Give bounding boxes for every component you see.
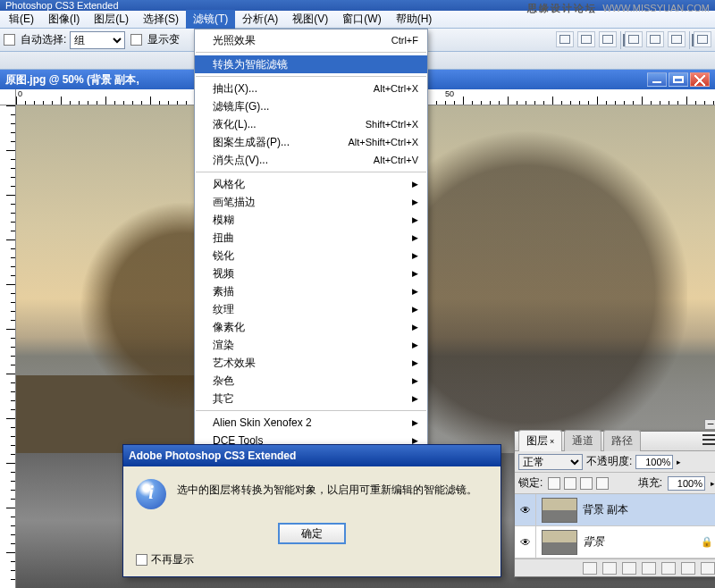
menu-item-brush-strokes[interactable]: 画笔描边 [195, 193, 427, 211]
distribute-icon[interactable] [625, 31, 643, 47]
visibility-icon[interactable]: 👁 [515, 494, 536, 525]
lock-all-icon[interactable] [596, 477, 609, 490]
show-transform-label: 显示变 [147, 32, 180, 47]
info-icon [136, 479, 166, 509]
auto-select-target[interactable]: 组 [70, 31, 125, 49]
menu-item-texture[interactable]: 纹理 [195, 300, 427, 318]
menu-item-vanishing-point[interactable]: 消失点(V)...Alt+Ctrl+V [195, 151, 427, 169]
chevron-down-icon[interactable]: ▸ [711, 479, 715, 488]
align-icon[interactable] [577, 31, 595, 47]
ok-button[interactable]: 确定 [279, 524, 345, 543]
menu-item-render[interactable]: 渲染 [195, 336, 427, 354]
distribute-icon[interactable] [646, 31, 664, 47]
window-maximize-button[interactable] [669, 72, 688, 87]
dont-show-checkbox[interactable] [136, 554, 147, 566]
chevron-down-icon[interactable]: ▸ [677, 458, 681, 466]
menu-image[interactable]: 图像(I) [41, 10, 87, 29]
panel-footer [515, 559, 715, 576]
align-icons [556, 31, 711, 49]
fill-label: 填充: [638, 475, 662, 491]
dont-show-label: 不再显示 [151, 552, 194, 567]
toolbar-separator [620, 31, 621, 49]
window-close-button[interactable] [690, 72, 710, 87]
panel-menu-icon[interactable] [702, 434, 715, 445]
menu-item-xenofex[interactable]: Alien Skin Xenofex 2 [195, 414, 427, 432]
ruler-origin[interactable] [0, 89, 16, 105]
menu-filter[interactable]: 滤镜(T) [186, 10, 235, 29]
filter-menu-dropdown: 光照效果 Ctrl+F 转换为智能滤镜 抽出(X)...Alt+Ctrl+X 滤… [194, 29, 428, 506]
link-layers-icon[interactable] [583, 562, 597, 575]
menu-item-pattern-maker[interactable]: 图案生成器(P)...Alt+Shift+Ctrl+X [195, 133, 427, 151]
layer-name[interactable]: 背景 副本 [583, 502, 715, 517]
menu-item-blur[interactable]: 模糊 [195, 211, 427, 229]
menu-window[interactable]: 窗口(W) [335, 10, 388, 29]
auto-select-checkbox[interactable] [4, 34, 15, 46]
menu-help[interactable]: 帮助(H) [389, 10, 440, 29]
adjustment-layer-icon[interactable] [661, 562, 676, 575]
lock-transparent-icon[interactable] [548, 477, 560, 490]
menu-item-last-filter[interactable]: 光照效果 Ctrl+F [195, 31, 427, 49]
menu-item-pixelate[interactable]: 像素化 [195, 318, 427, 336]
lock-image-icon[interactable] [564, 477, 576, 490]
menu-item-sharpen[interactable]: 锐化 [195, 247, 427, 265]
dialog-message: 选中的图层将转换为智能对象，以启用可重新编辑的智能滤镜。 [177, 479, 477, 509]
menu-item-filter-gallery[interactable]: 滤镜库(G)... [195, 97, 427, 115]
tab-layers[interactable]: 图层× [518, 430, 562, 451]
tab-paths[interactable]: 路径 [603, 430, 641, 451]
document-title: 原图.jpg @ 50% (背景 副本, [5, 72, 139, 88]
tab-channels[interactable]: 通道 [564, 430, 601, 451]
layer-thumbnail[interactable] [542, 498, 577, 523]
panel-tabs: 图层× 通道 路径 [515, 432, 715, 451]
menu-item-distort[interactable]: 扭曲 [195, 229, 427, 247]
dialog-title: Adobe Photoshop CS3 Extended [129, 449, 296, 462]
layer-mask-icon[interactable] [622, 562, 636, 575]
align-icon[interactable] [556, 31, 574, 47]
dialog-titlebar[interactable]: Adobe Photoshop CS3 Extended [123, 445, 500, 466]
lock-icon: 🔒 [701, 536, 713, 548]
arrange-icon[interactable] [694, 31, 711, 47]
menu-select[interactable]: 选择(S) [136, 10, 186, 29]
new-layer-icon[interactable] [681, 562, 695, 575]
layer-style-icon[interactable] [602, 562, 617, 575]
ruler-label: 0 [18, 89, 22, 98]
menu-item-extract[interactable]: 抽出(X)...Alt+Ctrl+X [195, 80, 427, 97]
auto-select-label: 自动选择: [21, 32, 66, 47]
menu-analysis[interactable]: 分析(A) [235, 10, 285, 29]
align-icon[interactable] [599, 31, 617, 47]
menu-view[interactable]: 视图(V) [285, 10, 335, 29]
layers-panel: – 图层× 通道 路径 正常 不透明度: ▸ 锁定: 填充: ▸ 👁 背景 副本… [514, 431, 715, 577]
layer-thumbnail[interactable] [542, 530, 577, 555]
menu-item-noise[interactable]: 杂色 [195, 372, 427, 390]
fill-input[interactable] [668, 476, 705, 491]
menu-item-convert-smart-filter[interactable]: 转换为智能滤镜 [195, 55, 427, 73]
lock-position-icon[interactable] [580, 477, 593, 490]
new-group-icon[interactable] [642, 562, 656, 575]
menu-item-liquify[interactable]: 液化(L)...Shift+Ctrl+X [195, 115, 427, 133]
opacity-input[interactable] [635, 455, 673, 469]
menu-item-stylize[interactable]: 风格化 [195, 175, 427, 193]
smart-filter-dialog: Adobe Photoshop CS3 Extended 选中的图层将转换为智能… [122, 444, 501, 577]
watermark: 思缘设计论坛WWW.MISSYUAN.COM [527, 2, 710, 15]
delete-layer-icon[interactable] [701, 562, 715, 575]
panel-minimize-button[interactable]: – [704, 419, 715, 430]
layer-row[interactable]: 👁 背景 🔒 [515, 526, 715, 559]
ruler-vertical[interactable] [0, 105, 16, 588]
show-transform-checkbox[interactable] [130, 34, 142, 46]
layer-list: 👁 背景 副本 👁 背景 🔒 [515, 494, 715, 559]
window-minimize-button[interactable] [647, 72, 667, 87]
toolbar-separator [689, 31, 690, 49]
visibility-icon[interactable]: 👁 [515, 526, 536, 558]
menu-item-sketch[interactable]: 素描 [195, 282, 427, 300]
blend-mode-select[interactable]: 正常 [518, 454, 583, 470]
menu-layer[interactable]: 图层(L) [87, 10, 136, 29]
layer-row[interactable]: 👁 背景 副本 [515, 494, 715, 526]
menu-item-other[interactable]: 其它 [195, 390, 427, 407]
layer-name[interactable]: 背景 [583, 534, 701, 550]
menu-item-video[interactable]: 视频 [195, 265, 427, 282]
opacity-label: 不透明度: [586, 454, 632, 469]
distribute-icon[interactable] [668, 31, 686, 47]
lock-label: 锁定: [518, 475, 543, 491]
menu-edit[interactable]: 辑(E) [2, 10, 41, 29]
ruler-label: 50 [445, 89, 454, 98]
menu-item-artistic[interactable]: 艺术效果 [195, 354, 427, 372]
